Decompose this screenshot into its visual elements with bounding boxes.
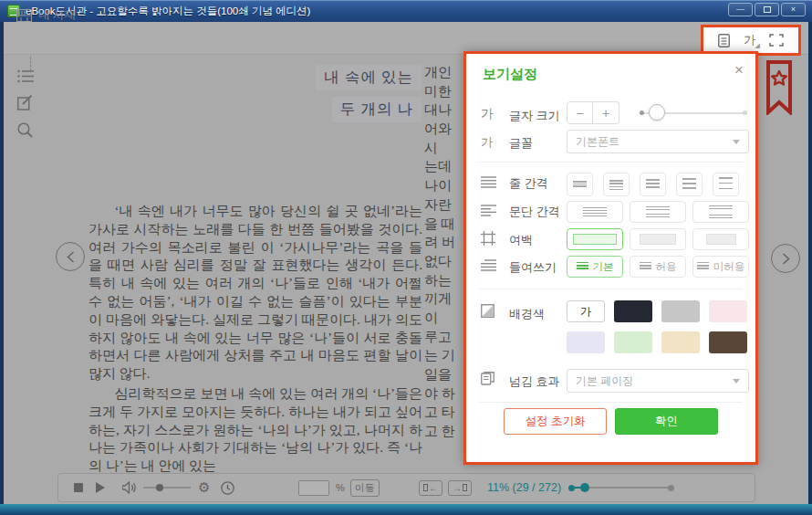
title-bar: eBook도서관 - 고요할수록 밝아지는 것들(100쇄 기념 에디션) — …	[0, 0, 812, 22]
slider-max-dot	[743, 110, 747, 115]
font-size-icon: 가	[481, 106, 494, 122]
bg-swatch-brown[interactable]	[709, 331, 747, 353]
indent-label: 들여쓰기	[509, 259, 557, 276]
margin-options	[567, 228, 749, 250]
font-settings-button[interactable]: 가◢	[744, 32, 755, 48]
line-spacing-options	[567, 173, 739, 196]
line-spacing-option-3[interactable]	[640, 173, 666, 196]
font-size-slider-handle[interactable]	[649, 104, 665, 121]
line-spacing-option-1[interactable]	[567, 173, 593, 196]
background-color-swatches: 가	[567, 300, 747, 353]
line-spacing-option-2[interactable]	[603, 173, 630, 196]
font-icon: 가	[481, 134, 493, 151]
chevron-down-icon	[733, 140, 740, 144]
indent-options: 기본 허용 미허용	[567, 256, 749, 278]
resize-mark-icon: ◢	[755, 42, 760, 49]
line-spacing-option-4[interactable]	[676, 173, 703, 196]
indent-icon	[481, 259, 496, 271]
bg-swatch-label: 가	[580, 304, 591, 320]
margin-option-3[interactable]	[692, 228, 749, 250]
line-spacing-option-5[interactable]	[713, 173, 739, 196]
bg-swatch-white-selected[interactable]: 가	[567, 300, 605, 322]
fullscreen-icon	[769, 34, 784, 47]
section-divider	[479, 162, 743, 163]
page-effect-label: 넘김 효과	[509, 373, 560, 390]
bg-swatch-gray[interactable]	[661, 300, 700, 322]
line-spacing-icon	[481, 176, 496, 188]
viewer-settings-button[interactable]	[718, 34, 730, 47]
font-size-slider[interactable]	[640, 112, 747, 114]
document-icon	[718, 34, 730, 47]
window-bottom-frame	[0, 504, 812, 515]
font-size-label: 글자 크기	[509, 108, 560, 124]
margin-option-2[interactable]	[630, 228, 686, 250]
dialog-title: 보기설정	[483, 66, 537, 83]
font-label: 글꼴	[509, 135, 533, 152]
bg-swatch-pink[interactable]	[709, 300, 747, 322]
minimize-button[interactable]: —	[728, 3, 753, 16]
indent-option-allow[interactable]: 허용	[630, 256, 686, 278]
page-effect-dropdown[interactable]: 기본 페이징	[567, 369, 749, 393]
margin-option-1-selected[interactable]	[567, 228, 623, 250]
dialog-close-button[interactable]: ×	[734, 61, 744, 79]
indent-option-disallow[interactable]: 미허용	[692, 256, 749, 278]
font-size-stepper: − +	[567, 101, 619, 124]
app-window: eBook도서관 - 고요할수록 밝아지는 것들(100쇄 기념 에디션) — …	[0, 0, 812, 515]
maximize-button[interactable]	[755, 3, 779, 16]
indent-option-default-selected[interactable]: 기본	[567, 256, 623, 278]
paragraph-spacing-icon	[481, 205, 496, 216]
my-library-button[interactable]: 내 서재	[16, 7, 76, 23]
font-settings-label: 가	[744, 33, 755, 47]
margin-icon	[481, 231, 495, 246]
font-dropdown[interactable]: 기본폰트	[567, 130, 749, 153]
background-color-label: 배경색	[509, 306, 545, 322]
reset-settings-button[interactable]: 설정 초기화	[504, 408, 607, 435]
my-library-label: 내 서재	[38, 7, 76, 23]
bg-swatch-dark[interactable]	[614, 300, 652, 322]
line-spacing-label: 줄 간격	[509, 175, 548, 192]
bg-swatch-green[interactable]	[614, 331, 652, 353]
margin-label: 여백	[509, 232, 533, 248]
font-size-minus-button[interactable]: −	[567, 101, 593, 124]
page-effect-value: 기본 페이징	[576, 373, 633, 389]
paragraph-spacing-options	[567, 201, 749, 223]
section-divider	[479, 289, 743, 289]
paragraph-spacing-option-2[interactable]	[630, 201, 686, 223]
confirm-button[interactable]: 확인	[615, 408, 718, 435]
maximize-icon	[764, 6, 771, 13]
font-dropdown-value: 기본폰트	[576, 134, 619, 150]
paragraph-spacing-option-3[interactable]	[692, 201, 749, 223]
close-button[interactable]: ×	[781, 3, 806, 16]
bg-swatch-lavender[interactable]	[567, 331, 605, 353]
page-effect-icon	[481, 372, 494, 385]
slider-min-dot	[640, 110, 644, 115]
view-settings-dialog: 보기설정 × 가 글자 크기 − + 가 글꼴 기본폰트 줄 간격	[463, 51, 758, 465]
chevron-down-icon	[733, 379, 740, 384]
bg-swatch-beige[interactable]	[661, 331, 700, 353]
background-color-icon	[481, 304, 494, 318]
font-size-plus-button[interactable]: +	[593, 101, 619, 124]
paragraph-spacing-label: 문단 간격	[509, 204, 560, 220]
bookshelf-icon	[16, 9, 32, 22]
paragraph-spacing-option-1[interactable]	[567, 201, 623, 223]
fullscreen-button[interactable]	[769, 34, 784, 47]
section-divider	[479, 402, 743, 403]
